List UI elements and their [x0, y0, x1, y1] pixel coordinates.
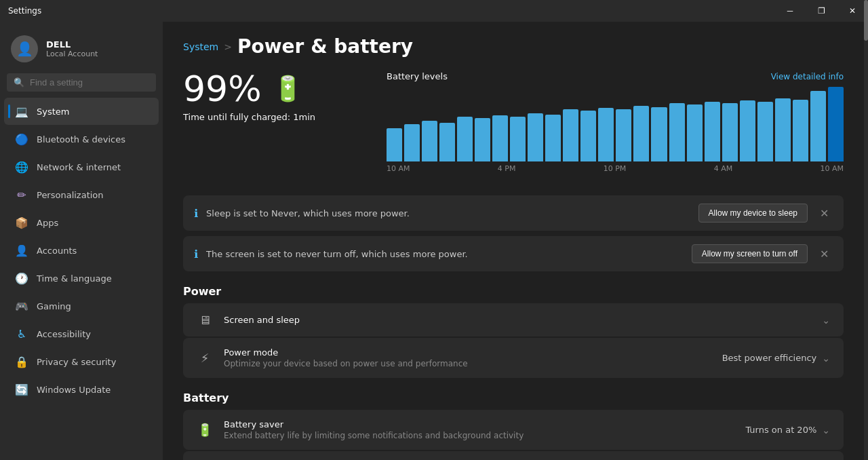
x-label-3: 10 PM [604, 164, 627, 173]
battery-icon: 🔋 [273, 75, 303, 103]
chart-bar-9 [545, 115, 561, 161]
update-icon: 🔄 [15, 383, 28, 396]
user-name: DELL [46, 39, 98, 50]
avatar: 👤 [11, 35, 38, 62]
sidebar-item-apps[interactable]: 📦 Apps [4, 209, 159, 236]
sidebar-item-accounts[interactable]: 👤 Accounts [4, 237, 159, 264]
battery-percentage: 99% [183, 71, 262, 107]
battery-section-title: Battery [183, 391, 844, 404]
chart-bar-13 [616, 109, 631, 161]
power-section-title: Power [183, 285, 844, 298]
personalization-icon: ✏️ [15, 188, 28, 202]
x-label-1: 10 AM [387, 164, 410, 173]
chart-bar-1 [404, 124, 420, 161]
gaming-icon: 🎮 [15, 299, 28, 313]
sidebar-item-label: Time & language [37, 273, 112, 284]
chart-title: Battery levels [387, 71, 448, 81]
power-mode-subtitle: Optimize your device based on power use … [224, 359, 711, 368]
search-box[interactable]: 🔍 [7, 73, 156, 92]
accessibility-icon: ♿ [15, 327, 28, 341]
sidebar-item-label: Windows Update [37, 385, 111, 395]
scrollbar-track[interactable] [864, 22, 868, 460]
chart-bar-12 [598, 108, 614, 161]
network-icon: 🌐 [15, 160, 28, 174]
sidebar-item-label: Privacy & security [37, 357, 116, 367]
sidebar-item-update[interactable]: 🔄 Windows Update [4, 376, 159, 403]
notif-close-screen[interactable]: ✕ [816, 246, 833, 262]
maximize-button[interactable]: ❐ [806, 0, 837, 22]
power-mode-icon: ⚡ [197, 351, 213, 365]
sidebar-item-time[interactable]: 🕐 Time & language [4, 265, 159, 292]
charging-value: 1min [293, 112, 315, 122]
chevron-battery-saver: ⌄ [822, 425, 830, 436]
chart-link[interactable]: View detailed info [771, 72, 844, 81]
sidebar-item-system[interactable]: 💻 System [4, 98, 159, 125]
sidebar-item-bluetooth[interactable]: 🔵 Bluetooth & devices [4, 126, 159, 153]
main-content: System > Power & battery 99% 🔋 Time unti… [163, 22, 864, 460]
x-label-5: 10 AM [820, 164, 844, 173]
chart-x-labels: 10 AM 4 PM 10 PM 4 AM 10 AM [387, 164, 844, 173]
screen-sleep-value: ⌄ [822, 315, 830, 326]
sidebar-item-accessibility[interactable]: ♿ Accessibility [4, 320, 159, 347]
breadcrumb-separator: > [224, 41, 232, 52]
avatar-icon: 👤 [16, 41, 33, 57]
chart-bar-10 [563, 109, 578, 161]
minimize-button[interactable]: ─ [774, 0, 806, 22]
settings-row-battery-saver[interactable]: 🔋 Battery saver Extend battery life by l… [183, 410, 844, 450]
sidebar-item-network[interactable]: 🌐 Network & internet [4, 153, 159, 180]
chart-bar-11 [580, 111, 596, 161]
x-label-4: 4 AM [714, 164, 733, 173]
chart-bar-20 [740, 100, 755, 161]
search-input[interactable] [30, 77, 149, 88]
chevron-power-mode: ⌄ [822, 353, 830, 364]
chart-bar-0 [387, 128, 402, 162]
battery-saver-subtitle: Extend battery life by limiting some not… [224, 431, 734, 440]
chart-bar-5 [475, 118, 490, 161]
time-icon: 🕐 [15, 271, 28, 285]
sidebar-item-label: Accessibility [37, 329, 91, 339]
chart-bar-22 [775, 98, 791, 162]
notif-action-screen[interactable]: Allow my screen to turn off [692, 244, 808, 263]
sidebar: 👤 DELL Local Account 🔍 💻 System 🔵 Blueto… [0, 22, 163, 460]
breadcrumb-parent[interactable]: System [183, 41, 218, 52]
battery-rows: 🔋 Battery saver Extend battery life by l… [183, 410, 844, 460]
chart-container: 10 AM 4 PM 10 PM 4 AM 10 AM [387, 87, 844, 182]
chart-bar-3 [439, 123, 455, 161]
sidebar-item-privacy[interactable]: 🔒 Privacy & security [4, 348, 159, 375]
battery-chart-section: Battery levels View detailed info 10 AM … [387, 71, 844, 182]
notif-text: The screen is set to never turn off, whi… [206, 249, 684, 259]
charging-time: Time until fully charged: 1min [183, 112, 359, 122]
user-section: 👤 DELL Local Account [0, 27, 163, 73]
sidebar-item-gaming[interactable]: 🎮 Gaming [4, 292, 159, 320]
nav-list: 💻 System 🔵 Bluetooth & devices 🌐 Network… [0, 97, 163, 404]
sidebar-item-label: Bluetooth & devices [37, 134, 125, 145]
notif-action-sleep[interactable]: Allow my device to sleep [698, 204, 808, 223]
settings-row-power-mode[interactable]: ⚡ Power mode Optimize your device based … [183, 338, 844, 378]
settings-row-battery-usage[interactable]: 📊 Battery usage ⌄ [183, 451, 844, 460]
notif-icon: ℹ [194, 207, 198, 220]
sidebar-item-personalization[interactable]: ✏️ Personalization [4, 181, 159, 208]
chart-bar-19 [722, 103, 738, 161]
chart-header: Battery levels View detailed info [387, 71, 844, 81]
accounts-icon: 👤 [15, 244, 28, 257]
notif-close-sleep[interactable]: ✕ [816, 206, 833, 221]
chart-bar-8 [528, 113, 543, 162]
scrollbar-thumb[interactable] [864, 22, 868, 41]
settings-row-screen-sleep[interactable]: 🖥 Screen and sleep ⌄ [183, 303, 844, 337]
sidebar-item-label: Personalization [37, 190, 104, 200]
notifications-container: ℹ Sleep is set to Never, which uses more… [183, 195, 844, 271]
notif-text: Sleep is set to Never, which uses more p… [206, 208, 690, 218]
battery-saver-icon: 🔋 [197, 423, 213, 437]
battery-saver-title: Battery saver [224, 419, 734, 429]
sidebar-item-label: Network & internet [37, 162, 121, 172]
user-type: Local Account [46, 50, 98, 58]
app-container: 👤 DELL Local Account 🔍 💻 System 🔵 Blueto… [0, 22, 868, 460]
sidebar-item-label: Apps [37, 218, 58, 228]
hero-section: 99% 🔋 Time until fully charged: 1min Bat… [183, 71, 844, 182]
chart-bar-18 [705, 102, 720, 161]
breadcrumb: System > Power & battery [183, 35, 844, 58]
chart-bar-25 [828, 87, 844, 161]
titlebar-controls: ─ ❐ ✕ [774, 0, 868, 22]
privacy-icon: 🔒 [15, 355, 28, 368]
chart-bar-24 [810, 91, 826, 162]
